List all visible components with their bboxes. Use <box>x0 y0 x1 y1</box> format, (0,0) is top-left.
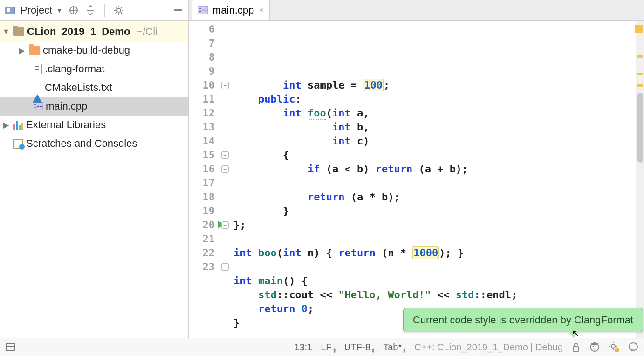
error-stripe[interactable] <box>636 21 644 338</box>
status-bar: 13:1 LF▴▾ UTF-8▴▾ Tab*▴▾ C++: CLion_2019… <box>0 338 644 356</box>
chevron-right-icon[interactable]: ▶ <box>18 46 26 55</box>
collapse-target-icon[interactable] <box>68 5 79 16</box>
warning-marker-icon[interactable] <box>637 84 643 87</box>
editor-tab-bar: C++ main.cpp × <box>189 0 644 21</box>
status-indent[interactable]: Tab*▴▾ <box>383 342 406 353</box>
svg-point-16 <box>593 346 594 347</box>
line-number: 17 <box>189 176 215 190</box>
line-number: 14 <box>189 134 215 148</box>
tree-item-label: cmake-build-debug <box>43 44 130 56</box>
tree-item-label: main.cpp <box>46 100 87 112</box>
tab-label: main.cpp <box>212 4 254 16</box>
tree-root-path: ~/Cli <box>137 26 158 38</box>
line-number: 8 <box>189 50 215 64</box>
line-number: 15 <box>189 148 215 162</box>
separator <box>104 4 105 17</box>
tree-item-main-cpp[interactable]: C++ main.cpp <box>0 97 188 116</box>
editor-tab-main-cpp[interactable]: C++ main.cpp × <box>192 0 270 20</box>
lock-icon[interactable] <box>571 342 581 352</box>
tree-item-cmakelists[interactable]: CMakeLists.txt <box>0 78 188 97</box>
close-icon[interactable]: × <box>259 5 264 15</box>
code-content[interactable]: int sample = 100; public: int foo(int a,… <box>233 21 636 338</box>
line-number: 11 <box>189 92 215 106</box>
svg-rect-18 <box>591 343 598 345</box>
tree-root-label: CLion_2019_1_Demo <box>27 26 130 38</box>
tree-item-label: .clang-format <box>45 63 104 75</box>
external-libraries-icon <box>13 120 23 130</box>
svg-line-10 <box>121 12 122 14</box>
line-number: 21 <box>189 232 215 246</box>
svg-rect-14 <box>573 347 579 351</box>
fold-icon[interactable]: – <box>221 82 229 89</box>
line-number: 12 <box>189 106 215 120</box>
line-number: 6 <box>189 22 215 36</box>
status-caret-pos[interactable]: 13:1 <box>294 342 312 353</box>
folder-icon <box>29 46 40 55</box>
project-sidebar: Project ▼ ▼ CLion_2019_1_Demo ~/Cli <box>0 0 189 338</box>
project-tree: ▼ CLion_2019_1_Demo ~/Cli ▶ cmake-build-… <box>0 21 188 338</box>
status-run-config[interactable]: C++: CLion_2019_1_Demo | Debug <box>414 342 563 353</box>
tree-item-extlib[interactable]: ▶ External Libraries <box>0 116 188 134</box>
fold-icon[interactable]: – <box>221 263 229 271</box>
chevron-down-icon[interactable]: ▼ <box>56 7 62 14</box>
file-icon <box>33 64 42 74</box>
project-view-label[interactable]: Project <box>21 4 52 16</box>
chevron-down-icon[interactable]: ▼ <box>2 27 10 36</box>
fold-column: – – – – – <box>219 21 233 338</box>
clangformat-tooltip: Current code style is overridden by Clan… <box>403 308 643 332</box>
warning-marker-icon[interactable] <box>635 25 643 33</box>
line-number: 16 <box>189 162 215 176</box>
line-number: 13 <box>189 120 215 134</box>
status-line-ending[interactable]: LF▴▾ <box>321 342 336 353</box>
tree-item-label: Scratches and Consoles <box>26 137 137 150</box>
hide-icon[interactable] <box>172 5 184 16</box>
cpp-file-icon: C++ <box>33 102 43 110</box>
project-view-icon <box>5 7 15 14</box>
line-number: 7 <box>189 36 215 50</box>
tree-item-label: External Libraries <box>26 119 106 131</box>
warning-marker-icon[interactable] <box>637 73 643 75</box>
svg-line-9 <box>116 7 117 8</box>
svg-point-25 <box>629 343 637 350</box>
status-encoding[interactable]: UTF-8▴▾ <box>344 342 375 353</box>
fold-icon[interactable]: – <box>221 151 229 159</box>
code-editor[interactable]: 67891011121314151617181920212223 – – – –… <box>189 21 644 338</box>
tool-windows-icon[interactable] <box>6 343 15 351</box>
tree-item-scratch[interactable]: Scratches and Consoles <box>0 134 188 153</box>
folder-icon <box>13 27 24 36</box>
fold-icon[interactable]: – <box>221 221 229 229</box>
sidebar-header: Project ▼ <box>0 0 188 21</box>
gear-badge-icon[interactable] <box>609 342 620 353</box>
line-number: 20 <box>189 218 215 232</box>
line-number: 10 <box>189 78 215 92</box>
line-number: 22 <box>189 246 215 260</box>
svg-rect-13 <box>174 9 182 11</box>
tree-item-clang-format[interactable]: .clang-format <box>0 60 188 78</box>
fold-icon[interactable]: – <box>221 165 229 173</box>
line-gutter: 67891011121314151617181920212223 <box>189 21 219 338</box>
tree-root[interactable]: ▼ CLion_2019_1_Demo ~/Cli <box>0 22 188 41</box>
tree-item-label: CMakeLists.txt <box>45 82 112 94</box>
svg-line-11 <box>116 12 117 14</box>
warning-marker-icon[interactable] <box>637 55 643 58</box>
scrollbar-thumb[interactable] <box>637 93 643 163</box>
svg-line-12 <box>121 7 122 8</box>
gear-icon[interactable] <box>113 5 124 16</box>
line-number: 9 <box>189 64 215 78</box>
tree-item-cmake-build[interactable]: ▶ cmake-build-debug <box>0 41 188 60</box>
chevron-right-icon[interactable]: ▶ <box>2 121 10 130</box>
line-number: 19 <box>189 204 215 218</box>
editor-area: C++ main.cpp × 6789101112131415161718192… <box>189 0 644 338</box>
notifications-icon[interactable] <box>628 342 638 352</box>
line-number: 23 <box>189 260 215 274</box>
svg-point-17 <box>596 346 597 347</box>
scratches-icon <box>13 139 23 148</box>
svg-point-4 <box>117 8 121 12</box>
line-number: 18 <box>189 190 215 204</box>
cpp-file-icon: C++ <box>198 6 208 14</box>
svg-rect-24 <box>615 348 619 352</box>
expand-collapse-icon[interactable] <box>85 5 96 16</box>
inspector-icon[interactable] <box>589 342 600 353</box>
svg-point-19 <box>611 344 615 348</box>
cmake-icon <box>33 82 42 93</box>
